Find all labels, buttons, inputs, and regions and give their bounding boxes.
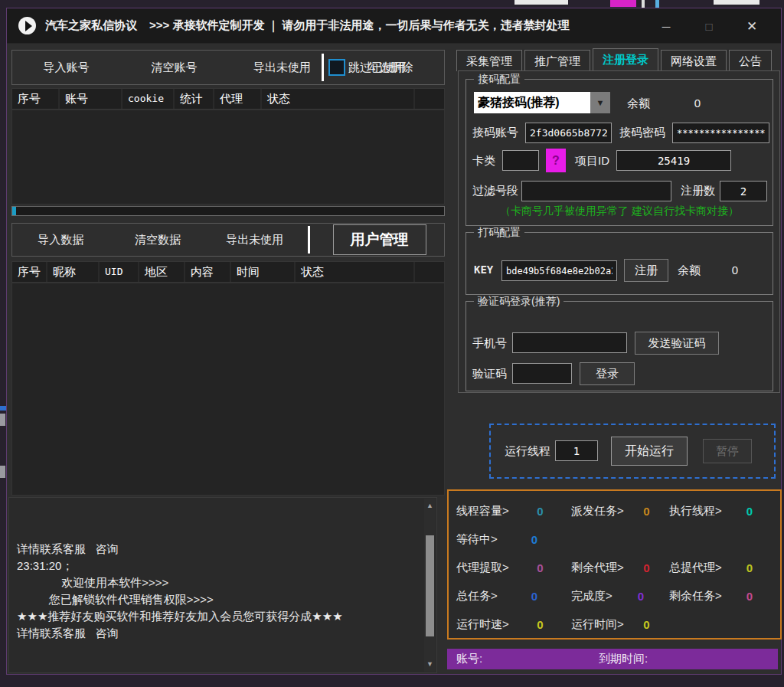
card-vendor-hint: （卡商号几乎被使用异常了 建议自行找卡商对接） — [466, 204, 773, 218]
login-button[interactable]: 登录 — [580, 362, 635, 385]
users-column-header: 序号 — [12, 262, 47, 282]
minimize-button[interactable]: ─ — [645, 20, 688, 33]
stat-item: 剩余任务> 0 — [669, 582, 777, 610]
start-run-button[interactable]: 开始运行 — [611, 437, 688, 466]
run-controls: 运行线程 开始运行 暂停 — [489, 424, 776, 479]
sms-account-label: 接码账号 — [472, 126, 518, 140]
stats-panel: 线程容量> 0 派发任务> 0 执行线程> 0 等待中> 0 代理提取> 0 剩… — [447, 489, 782, 640]
send-code-button[interactable]: 发送验证码 — [635, 332, 719, 355]
phone-input[interactable] — [512, 332, 627, 353]
maximize-button[interactable]: □ — [688, 20, 730, 33]
stat-item: 总提代理> 0 — [669, 554, 777, 582]
thread-count-label: 运行线程 — [505, 444, 550, 459]
users-table-body[interactable] — [11, 283, 445, 496]
tab[interactable]: 注册登录 — [593, 48, 658, 71]
thread-count-input[interactable] — [555, 440, 598, 461]
help-button[interactable]: ? — [546, 149, 566, 172]
stat-item: 运行时间> 0 — [571, 610, 669, 639]
card-type-label: 卡类 — [472, 154, 495, 168]
sms-config-group: 接码配置 豪猪接码(推荐) ▼ 余额 0 接码账号 接码密码 卡类 ? 项目ID… — [466, 79, 773, 226]
filter-segment-label: 过滤号段 — [472, 184, 518, 198]
captcha-key-input[interactable] — [501, 260, 617, 281]
log-lines: 详情联系客服 咨询23:31:20； 欢迎使用本软件>>>> 您已解锁软件代理销… — [17, 507, 420, 676]
captcha-config-legend: 打码配置 — [474, 226, 524, 240]
stat-label: 剩余任务> — [669, 589, 722, 604]
toolbar-divider — [308, 226, 310, 254]
tab[interactable]: 网络设置 — [661, 50, 727, 71]
stat-label: 等待中> — [456, 532, 498, 547]
tab[interactable]: 采集管理 — [456, 50, 522, 71]
tab[interactable]: 推广管理 — [524, 50, 590, 71]
users-table-header: 序号昵称UID地区内容时间状态 — [11, 261, 445, 283]
stat-value: 0 — [624, 505, 669, 518]
stat-item: 代理提取> 0 — [456, 554, 571, 582]
reg-count-input[interactable] — [720, 181, 767, 201]
titlebar: 汽车之家私信协议 >>> 承接软件定制开发 ｜ 请勿用于非法用途，一切后果与作者… — [7, 8, 781, 44]
stat-label: 剩余代理> — [571, 561, 624, 575]
captcha-balance-value: 0 — [716, 263, 754, 276]
skip-used-checkbox[interactable]: 跳过已使用 — [328, 59, 445, 76]
log-scrollbar[interactable]: ▲ ▼ — [424, 499, 436, 672]
toolbar-divider — [322, 54, 324, 81]
sms-account-input[interactable] — [525, 123, 612, 143]
card-type-input[interactable] — [502, 150, 539, 171]
scrollbar-thumb[interactable] — [426, 535, 434, 636]
user-manage-button[interactable]: 用户管理 — [333, 224, 426, 255]
log-line: 23:31:20； — [17, 558, 420, 574]
background-window-fragment — [0, 414, 5, 426]
progress-bar-fill — [12, 207, 16, 215]
code-login-group: 验证码登录(推荐) 手机号 发送验证码 验证码 登录 — [466, 301, 773, 391]
progress-bar — [11, 206, 445, 216]
accounts-toolbar-button[interactable]: 导出未使用 — [228, 61, 336, 75]
sms-provider-select[interactable]: 豪猪接码(推荐) ▼ — [474, 92, 610, 113]
stat-label: 总提代理> — [669, 561, 722, 575]
project-id-label: 项目ID — [575, 154, 609, 168]
title-warning-text: >>> 承接软件定制开发 ｜ 请勿用于非法用途，一切后果与作者无关，违者禁封处理 — [149, 18, 569, 33]
accounts-toolbar-button[interactable]: 清空账号 — [120, 61, 228, 75]
accounts-table-body[interactable] — [11, 110, 445, 204]
users-toolbar: 导入数据清空数据导出未使用 用户管理 — [11, 223, 445, 257]
stat-label: 运行时间> — [571, 617, 624, 632]
users-toolbar-button[interactable]: 清空数据 — [109, 233, 207, 247]
captcha-register-button[interactable]: 注册 — [624, 259, 668, 282]
background-window-fragment — [642, 0, 645, 8]
background-window-fragment — [610, 0, 636, 7]
background-window-fragment — [0, 406, 6, 411]
accounts-column-header: cookie — [122, 89, 175, 109]
stat-label: 完成度> — [571, 589, 612, 604]
sms-password-input[interactable] — [672, 123, 769, 143]
users-column-header: 内容 — [185, 262, 231, 282]
license-bar: 账号: 到期时间: — [447, 649, 778, 669]
code-label: 验证码 — [472, 367, 507, 381]
background-window-fragment — [0, 466, 5, 478]
users-toolbar-button[interactable]: 导出未使用 — [206, 233, 303, 247]
filter-segment-input[interactable] — [521, 181, 671, 201]
accounts-column-header: 统计 — [175, 89, 214, 109]
chevron-down-icon[interactable]: ▼ — [590, 92, 610, 113]
pause-button[interactable]: 暂停 — [703, 439, 752, 463]
scroll-up-icon[interactable]: ▲ — [424, 500, 436, 512]
scroll-down-icon[interactable]: ▼ — [424, 659, 436, 670]
background-window-fragment — [714, 0, 760, 5]
captcha-balance-label: 余额 — [678, 263, 701, 278]
tab[interactable]: 公告 — [729, 50, 772, 71]
log-line: ★★★推荐好友购买软件和推荐好友加入会员您可获得分成★★★ — [17, 608, 420, 625]
stat-value: 0 — [722, 590, 777, 603]
sms-balance-value: 0 — [675, 97, 720, 110]
stat-item: 完成度> 0 — [571, 582, 669, 610]
code-input[interactable] — [512, 363, 572, 384]
stat-item: 总任务> 0 — [456, 582, 571, 610]
checkbox-icon[interactable] — [328, 59, 345, 76]
stat-item: 线程容量> 0 — [456, 497, 571, 525]
background-window-fragment — [514, 0, 568, 5]
stat-value: 0 — [624, 618, 669, 631]
close-button[interactable]: ✕ — [730, 18, 781, 34]
project-id-input[interactable] — [616, 150, 731, 171]
code-login-legend: 验证码登录(推荐) — [474, 295, 564, 309]
window-controls: ─ □ ✕ — [645, 8, 781, 44]
log-panel[interactable]: 详情联系客服 咨询23:31:20； 欢迎使用本软件>>>> 您已解锁软件代理销… — [8, 497, 437, 673]
app-icon — [18, 17, 36, 34]
users-toolbar-button[interactable]: 导入数据 — [12, 233, 109, 247]
captcha-key-label: KEY — [474, 263, 493, 276]
accounts-toolbar-button[interactable]: 导入账号 — [12, 61, 120, 75]
